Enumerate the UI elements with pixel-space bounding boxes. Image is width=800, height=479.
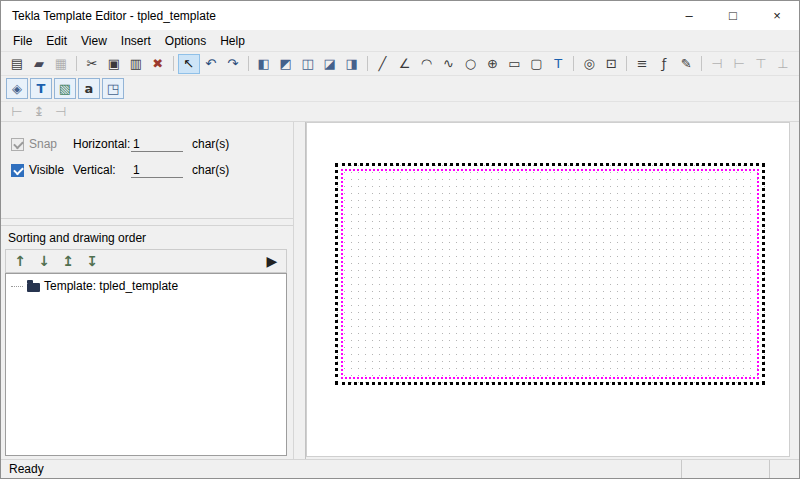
align-left-edge-icon: ⊢ bbox=[11, 105, 22, 118]
new-button[interactable]: ▤ bbox=[7, 55, 27, 73]
paste-button[interactable]: ▥ bbox=[126, 55, 146, 73]
horizontal-splitter[interactable] bbox=[1, 218, 293, 226]
move-to-bottom-button[interactable]: ↧ bbox=[81, 251, 103, 271]
menu-insert[interactable]: Insert bbox=[114, 31, 158, 51]
rectangle-button[interactable]: ▭ bbox=[504, 55, 524, 73]
formula-button[interactable]: ƒ bbox=[654, 55, 674, 73]
titlebar: Tekla Template Editor - tpled_template –… bbox=[1, 1, 799, 30]
circle-button[interactable]: ○ bbox=[460, 55, 480, 73]
line-icon: ╱ bbox=[379, 57, 387, 70]
rounded-rectangle-button[interactable]: ▢ bbox=[526, 55, 546, 73]
capture-button[interactable]: ⊡ bbox=[601, 55, 621, 73]
close-button[interactable]: × bbox=[755, 1, 799, 30]
insert-row-button[interactable]: ◫ bbox=[298, 55, 318, 73]
arc-button[interactable]: ◠ bbox=[416, 55, 436, 73]
horizontal-label: Horizontal: bbox=[73, 137, 131, 151]
align-top-button[interactable]: ⊤ bbox=[751, 55, 771, 73]
insert-page-button[interactable]: ◨ bbox=[342, 55, 362, 73]
menu-view[interactable]: View bbox=[74, 31, 114, 51]
text-button[interactable]: T bbox=[30, 78, 52, 99]
template-tree[interactable]: Template: tpled_template bbox=[5, 273, 287, 456]
edit-style-button[interactable]: ✎ bbox=[676, 55, 696, 73]
polyline-button[interactable]: ∠ bbox=[395, 55, 415, 73]
insert-header-button[interactable]: ◩ bbox=[276, 55, 296, 73]
align-right-edge-icon: ⊣ bbox=[55, 105, 66, 118]
align-right-button[interactable]: ⊢ bbox=[729, 55, 749, 73]
minimize-button[interactable]: – bbox=[667, 1, 711, 30]
vertical-splitter[interactable] bbox=[293, 122, 306, 459]
menu-help[interactable]: Help bbox=[213, 31, 252, 51]
align-left-icon: ⊣ bbox=[711, 57, 722, 70]
canvas-wrap bbox=[306, 122, 799, 459]
content-browser-button[interactable]: ≡ bbox=[632, 55, 652, 73]
move-up-button[interactable]: ↑ bbox=[9, 251, 31, 271]
main-toolbar: ▤▰▦✂▣▥✖↖↶↷◧◩◫◪◨╱∠◠∿○⊕▭▢T◎⊡≡ƒ✎⊣⊢⊤⊥ bbox=[1, 51, 799, 75]
window-controls: – □ × bbox=[667, 1, 799, 30]
visible-checkbox[interactable] bbox=[11, 164, 24, 177]
component-icon: ◈ bbox=[12, 82, 22, 95]
menu-options[interactable]: Options bbox=[158, 31, 213, 51]
value-field-button[interactable]: a bbox=[78, 78, 100, 99]
move-down-button[interactable]: ↓ bbox=[33, 251, 55, 271]
insert-footer-button[interactable]: ◪ bbox=[320, 55, 340, 73]
cut-button[interactable]: ✂ bbox=[82, 55, 102, 73]
embedded-object-button[interactable]: ◳ bbox=[102, 78, 124, 99]
template-canvas[interactable] bbox=[306, 122, 790, 457]
curve-icon: ∿ bbox=[443, 57, 454, 70]
arc-icon: ◠ bbox=[421, 57, 432, 70]
picture-button[interactable]: ▧ bbox=[54, 78, 76, 99]
add-text-button[interactable]: T bbox=[548, 55, 568, 73]
paste-icon: ▥ bbox=[130, 57, 142, 70]
align-left-button[interactable]: ⊣ bbox=[707, 55, 727, 73]
more-commands-button[interactable]: ▶ bbox=[261, 251, 283, 271]
redo-button[interactable]: ↷ bbox=[223, 55, 243, 73]
template-margin-frame bbox=[341, 169, 759, 379]
menu-file[interactable]: File bbox=[6, 31, 39, 51]
zoom-button[interactable]: ◎ bbox=[579, 55, 599, 73]
component-button[interactable]: ◈ bbox=[6, 78, 28, 99]
horizontal-unit: char(s) bbox=[192, 137, 229, 151]
snap-checkbox-wrap: Snap bbox=[11, 137, 73, 151]
save-button[interactable]: ▦ bbox=[51, 55, 71, 73]
open-icon: ▰ bbox=[34, 57, 44, 70]
undo-button[interactable]: ↶ bbox=[201, 55, 221, 73]
menu-edit[interactable]: Edit bbox=[39, 31, 74, 51]
insert-template-button[interactable]: ◧ bbox=[254, 55, 274, 73]
left-panel: Snap Horizontal: char(s) Visible Vertica… bbox=[1, 122, 293, 459]
align-middle-button[interactable]: ↨ bbox=[29, 104, 49, 120]
align-right-edge-button[interactable]: ⊣ bbox=[51, 104, 71, 120]
vertical-input[interactable] bbox=[131, 162, 183, 178]
menubar: FileEditViewInsertOptionsHelp bbox=[1, 30, 799, 51]
save-icon: ▦ bbox=[55, 57, 67, 70]
copy-button[interactable]: ▣ bbox=[104, 55, 124, 73]
sorting-panel: Sorting and drawing order ↑↓↥↧▶ Template… bbox=[1, 226, 293, 459]
undo-icon: ↶ bbox=[205, 57, 216, 70]
template-frame[interactable] bbox=[335, 163, 765, 385]
toolbar-separator bbox=[76, 56, 77, 71]
align-left-edge-button[interactable]: ⊢ bbox=[7, 104, 27, 120]
delete-icon: ✖ bbox=[152, 57, 163, 70]
select-button[interactable]: ↖ bbox=[179, 55, 199, 73]
grid-properties-panel: Snap Horizontal: char(s) Visible Vertica… bbox=[1, 122, 293, 218]
toolbar-separator bbox=[367, 56, 368, 71]
align-right-icon: ⊢ bbox=[733, 57, 744, 70]
insert-header-icon: ◩ bbox=[279, 57, 291, 70]
open-button[interactable]: ▰ bbox=[29, 55, 49, 73]
align-bottom-button[interactable]: ⊥ bbox=[773, 55, 793, 73]
curve-button[interactable]: ∿ bbox=[438, 55, 458, 73]
cut-icon: ✂ bbox=[86, 57, 97, 70]
tree-connector bbox=[11, 286, 23, 287]
toolbar-separator bbox=[248, 56, 249, 71]
move-to-bottom-icon: ↧ bbox=[86, 254, 98, 268]
move-to-top-button[interactable]: ↥ bbox=[57, 251, 79, 271]
line-button[interactable]: ╱ bbox=[373, 55, 393, 73]
tree-item-template-root[interactable]: Template: tpled_template bbox=[6, 277, 286, 295]
delete-button[interactable]: ✖ bbox=[148, 55, 168, 73]
visible-checkbox-wrap: Visible bbox=[11, 163, 73, 177]
vertical-unit: char(s) bbox=[192, 163, 229, 177]
maximize-button[interactable]: □ bbox=[711, 1, 755, 30]
horizontal-input[interactable] bbox=[131, 136, 183, 152]
add-text-icon: T bbox=[554, 57, 562, 70]
snap-checkbox[interactable] bbox=[11, 138, 24, 151]
point-button[interactable]: ⊕ bbox=[482, 55, 502, 73]
